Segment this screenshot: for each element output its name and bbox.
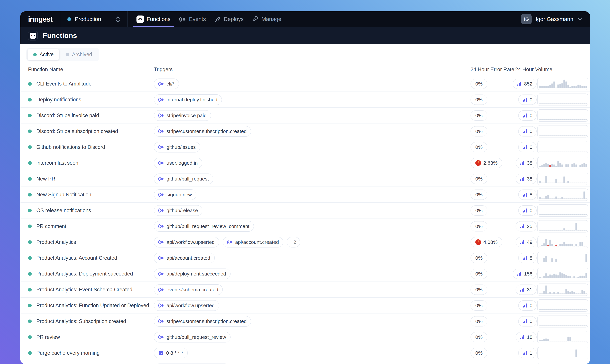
function-name-cell: Product Analytics — [28, 239, 154, 245]
volume-cell: 8 — [515, 190, 537, 200]
function-table-row[interactable]: New PRgithub/pull_request0%38 — [20, 171, 590, 187]
function-name: PR comment — [36, 223, 66, 229]
sparkline-zero-dash — [585, 357, 587, 357]
sparkline-bar — [580, 165, 581, 167]
volume-pill: 0 — [518, 300, 537, 311]
volume-value: 0 — [529, 303, 532, 308]
volume-sparkline-cell — [537, 268, 588, 280]
sparkline-zero-dash — [559, 119, 561, 120]
function-table-row[interactable]: Product Analytics: Event Schema Createde… — [20, 282, 590, 298]
error-rate-pill: 0% — [471, 142, 487, 152]
volume-pill: 0 — [518, 126, 537, 136]
function-table-row[interactable]: Reset password email and reminderpasswor… — [20, 361, 590, 364]
sparkline-bar — [566, 81, 567, 88]
cron-trigger-badge: 0 8 * * * — [154, 348, 188, 358]
filter-archived[interactable]: Archived — [60, 49, 98, 60]
sparkline-bar — [549, 239, 551, 247]
tab-manage[interactable]: Manage — [248, 11, 286, 27]
function-table-row[interactable]: Discord: Stripe subscription createdstri… — [20, 124, 590, 139]
sparkline-zero-dash — [547, 119, 549, 120]
error-rate-pill: !2.63% — [471, 158, 502, 168]
sparkline-bar — [542, 245, 542, 247]
sparkline-zero-dash — [547, 262, 549, 262]
sparkline-zero-dash — [543, 309, 545, 310]
volume-sparkline — [537, 220, 588, 233]
sparkline-zero-dash — [569, 325, 571, 326]
function-table-row[interactable]: PR reviewgithub/pull_request_review0%18 — [20, 329, 590, 345]
volume-value: 0 — [529, 144, 532, 150]
function-table-row[interactable]: Product Analytics: Account Createdapi/ac… — [20, 250, 590, 266]
function-table-row[interactable]: New Signup Notificationsignup.new0%8 — [20, 187, 590, 203]
function-table-row[interactable]: PR commentgithub/pull_request_review_com… — [20, 219, 590, 234]
bar-chart-icon — [520, 335, 525, 340]
sparkline-zero-dash — [549, 135, 551, 136]
sparkline-zero-dash — [568, 214, 569, 215]
trigger-label: api/deployment.succeeded — [166, 271, 226, 277]
sparkline-zero-dash — [551, 119, 553, 120]
volume-sparkline-cell — [537, 236, 588, 248]
sparkline-zero-dash — [571, 214, 573, 215]
function-name-cell: Deploy notifications — [28, 97, 154, 103]
sparkline-bar — [557, 84, 559, 88]
sparkline-zero-dash — [557, 182, 559, 183]
sparkline-error-bar — [549, 165, 551, 167]
event-trigger-badge: api/workflow.upserted — [154, 300, 219, 311]
sparkline-zero-dash — [549, 198, 551, 199]
sparkline-zero-dash — [563, 293, 565, 294]
function-table-row[interactable]: intercom last seenuser.logged.in!2.63%38 — [20, 155, 590, 171]
volume-cell: 38 — [515, 158, 537, 168]
error-rate-pill: 0% — [471, 205, 487, 216]
function-table-row[interactable]: Product Analytics: Subscription createds… — [20, 313, 590, 329]
function-table-row[interactable]: Discord: Stripe invoice paidstripe/invoi… — [20, 108, 590, 124]
filter-active[interactable]: Active — [27, 49, 59, 60]
environment-switcher[interactable]: Production — [60, 11, 127, 27]
triggers-cell: github/pull_request — [154, 173, 471, 184]
sparkline-bar — [545, 273, 547, 278]
sparkline-zero-dash — [580, 135, 581, 136]
sparkline-bar — [585, 254, 587, 262]
function-table-row[interactable]: CLI Events to Amplitudecli/*0%852 — [20, 76, 590, 92]
volume-pill: 0 — [518, 316, 537, 326]
tab-events[interactable]: Events — [175, 11, 210, 27]
trigger-label: api/workflow.upserted — [166, 303, 215, 308]
function-name: OS release notifications — [36, 208, 91, 213]
sparkline-zero-dash — [563, 262, 565, 262]
tab-functions[interactable]: <> Functions — [132, 11, 175, 27]
sparkline-zero-dash — [539, 230, 541, 231]
function-status-dot — [28, 224, 32, 228]
sparkline-zero-dash — [559, 151, 561, 152]
sparkline-bar — [551, 244, 553, 247]
function-table-row[interactable]: Product Analyticsapi/workflow.upsertedap… — [20, 234, 590, 250]
sparkline-zero-dash — [551, 182, 553, 183]
sparkline-zero-dash — [542, 182, 542, 183]
sparkline-zero-dash — [543, 357, 545, 357]
sparkline-bar — [539, 181, 541, 183]
active-dot-icon — [33, 53, 37, 56]
function-table-row[interactable]: Purge cache every morning0 8 * * *0%1 — [20, 345, 590, 361]
volume-sparkline — [537, 157, 588, 169]
sparkline-zero-dash — [582, 198, 583, 199]
sparkline-bar — [547, 275, 549, 278]
sparkline-zero-dash — [582, 135, 583, 136]
user-menu[interactable]: IG Igor Gassmann — [521, 11, 590, 27]
sparkline-zero-dash — [577, 119, 579, 120]
volume-value: 31 — [527, 287, 532, 292]
error-rate-cell: 0% — [471, 94, 515, 105]
column-header-volume: 24 Hour Volume — [515, 66, 552, 73]
error-rate-pill: 0% — [471, 300, 487, 311]
function-table-row[interactable]: Product Analytics: Function Updated or D… — [20, 298, 590, 313]
bar-chart-icon — [517, 271, 522, 276]
sparkline-bar — [582, 164, 583, 167]
volume-sparkline — [537, 141, 588, 153]
sparkline-zero-dash — [568, 309, 569, 310]
sparkline-zero-dash — [557, 135, 559, 136]
sparkline-zero-dash — [545, 325, 547, 326]
function-table-row[interactable]: Deploy notificationsinternal.deploy.fini… — [20, 92, 590, 108]
tab-deploys[interactable]: Deploys — [210, 11, 248, 27]
volume-pill: 38 — [515, 158, 537, 168]
function-table-row[interactable]: Github notifications to Discordgithub/is… — [20, 139, 590, 155]
function-table-row[interactable]: OS release notificationsgithub/release0%… — [20, 203, 590, 219]
volume-pill: 1 — [518, 348, 537, 358]
function-name: Purge cache every morning — [36, 350, 100, 356]
function-table-row[interactable]: Product Analytics: Deployment succeededa… — [20, 266, 590, 282]
